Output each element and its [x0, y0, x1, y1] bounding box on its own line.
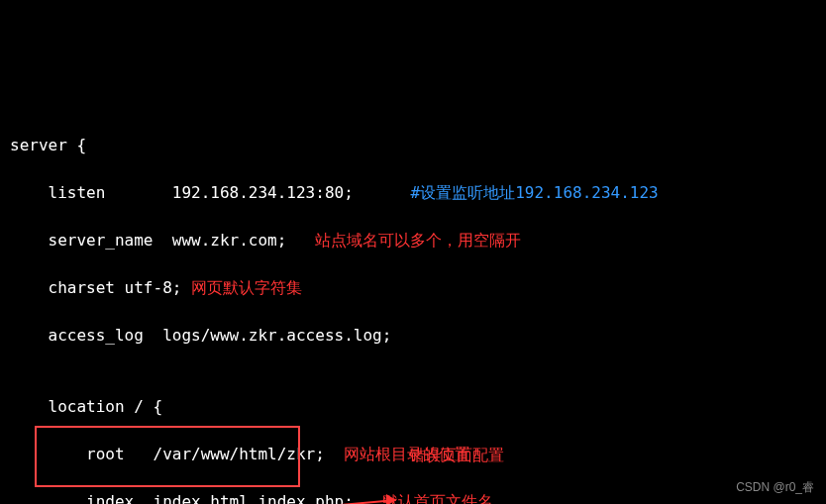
comment-index: 默认首页文件名 — [354, 492, 493, 504]
code-line: charset utf-8; 网页默认字符集 — [10, 276, 816, 300]
code-line: listen 192.168.234.123:80; #设置监听地址192.16… — [10, 181, 816, 205]
comment-server-name: 站点域名可以多个，用空隔开 — [286, 231, 521, 250]
watermark: CSDN @r0_睿 — [736, 478, 814, 496]
comment-listen: #设置监听地址192.168.234.123 — [354, 183, 659, 202]
comment-charset: 网页默认字符集 — [181, 278, 302, 297]
code-line: server_name www.zkr.com; 站点域名可以多个，用空隔开 — [10, 229, 816, 252]
arrow-label: 错误页面配置 — [409, 444, 504, 467]
code-line: index index.html index.php; 默认首页文件名 — [10, 490, 816, 504]
code-line: server { — [10, 134, 816, 157]
code-line: access_log logs/www.zkr.access.log; — [10, 324, 816, 348]
code-line: location / { — [10, 395, 816, 419]
